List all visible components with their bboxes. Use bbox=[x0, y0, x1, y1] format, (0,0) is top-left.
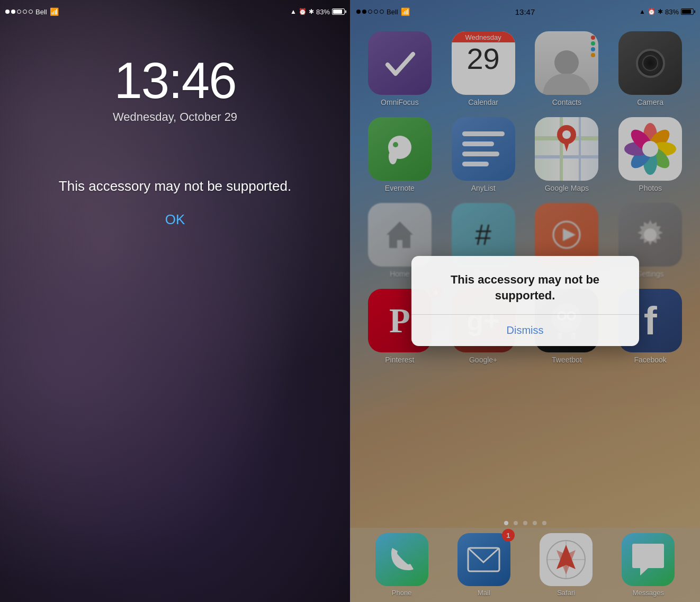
home-battery-fill bbox=[682, 10, 691, 14]
alert-dismiss-button[interactable]: Dismiss bbox=[411, 315, 639, 346]
lock-alert: This accessory may not be supported. OK bbox=[38, 177, 312, 228]
lock-alert-ok-button[interactable]: OK bbox=[165, 211, 185, 228]
home-location-icon: ▲ bbox=[639, 8, 645, 15]
home-bluetooth-icon: ✱ bbox=[658, 8, 663, 15]
lock-status-right: ▲ ⏰ ✱ 83% bbox=[231, 8, 345, 16]
lock-time: 13:46 bbox=[114, 55, 236, 106]
lock-alert-message: This accessory may not be supported. bbox=[59, 177, 291, 196]
signal-dot-3 bbox=[17, 10, 21, 14]
lock-date: Wednesday, October 29 bbox=[113, 110, 237, 124]
lock-status-left: Bell 📶 bbox=[5, 7, 119, 16]
lock-screen: Bell 📶 ▲ ⏰ ✱ 83% 13:46 Wednesday, Octobe… bbox=[0, 0, 350, 602]
home-battery bbox=[681, 8, 694, 15]
signal-dot-4 bbox=[23, 10, 27, 14]
lock-status-bar: Bell 📶 ▲ ⏰ ✱ 83% bbox=[0, 0, 350, 23]
home-signal-dots bbox=[356, 10, 384, 14]
home-signal-dot-5 bbox=[380, 10, 384, 14]
home-status-left: Bell 📶 bbox=[356, 7, 469, 16]
alert-body: This accessory may not be supported. bbox=[411, 256, 639, 314]
home-status-right: ▲ ⏰ ✱ 83% bbox=[581, 8, 694, 16]
signal-dot-1 bbox=[5, 10, 10, 14]
bluetooth-icon: ✱ bbox=[309, 8, 314, 15]
battery-pct-lock: 83% bbox=[316, 8, 330, 16]
signal-dot-2 bbox=[11, 10, 15, 14]
signal-dots bbox=[5, 10, 33, 14]
home-wifi-icon: 📶 bbox=[401, 7, 410, 16]
alert-title: This accessory may not be supported. bbox=[427, 272, 623, 303]
home-signal-dot-4 bbox=[374, 10, 378, 14]
home-alarm-icon: ⏰ bbox=[648, 8, 656, 15]
wifi-icon: 📶 bbox=[50, 7, 59, 16]
home-time: 13:47 bbox=[469, 7, 581, 16]
home-status-bar: Bell 📶 13:47 ▲ ⏰ ✱ 83% bbox=[350, 0, 700, 23]
home-signal-dot-1 bbox=[356, 10, 361, 14]
alert-overlay: This accessory may not be supported. Dis… bbox=[350, 0, 700, 602]
home-signal-dot-3 bbox=[368, 10, 372, 14]
alert-box: This accessory may not be supported. Dis… bbox=[411, 256, 639, 346]
location-icon: ▲ bbox=[290, 8, 297, 15]
home-screen: Bell 📶 13:47 ▲ ⏰ ✱ 83% OmniFocus bbox=[350, 0, 700, 602]
battery-fill-lock bbox=[333, 10, 342, 14]
battery-lock bbox=[332, 8, 345, 15]
signal-dot-5 bbox=[29, 10, 33, 14]
home-battery-body bbox=[681, 8, 694, 15]
carrier-name: Bell bbox=[35, 8, 47, 16]
home-carrier: Bell bbox=[387, 8, 398, 16]
home-battery-pct: 83% bbox=[665, 8, 679, 16]
home-signal-dot-2 bbox=[362, 10, 366, 14]
alarm-icon: ⏰ bbox=[299, 8, 307, 15]
lock-content: 13:46 Wednesday, October 29 bbox=[0, 55, 350, 124]
battery-body-lock bbox=[332, 8, 345, 15]
